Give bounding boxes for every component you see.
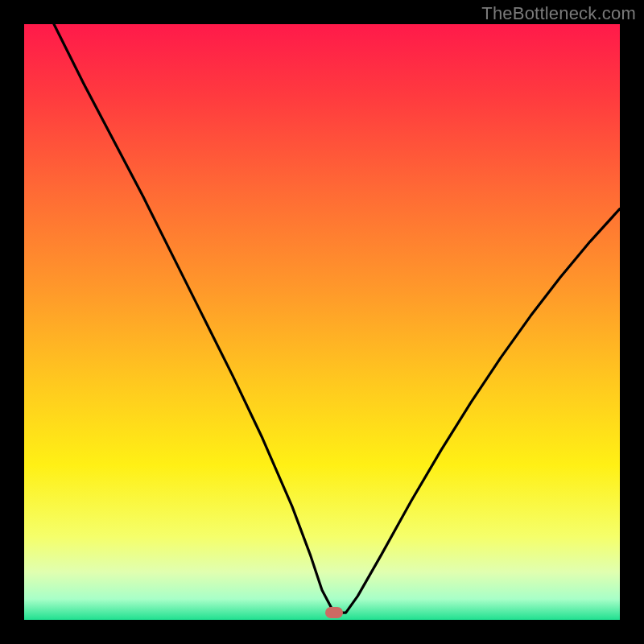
chart-frame: TheBottleneck.com xyxy=(0,0,644,644)
watermark-text: TheBottleneck.com xyxy=(481,3,636,24)
plot-area xyxy=(24,24,620,620)
optimal-marker xyxy=(325,607,343,618)
chart-svg xyxy=(24,24,620,620)
gradient-background xyxy=(24,24,620,620)
